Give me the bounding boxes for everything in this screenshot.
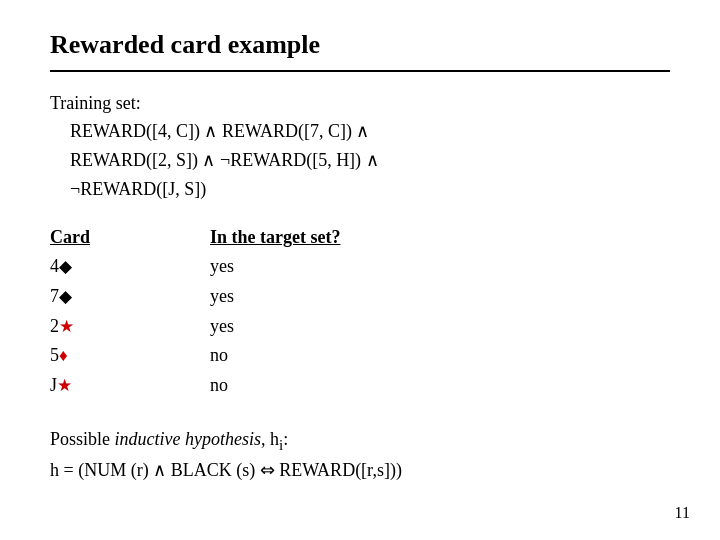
- card-table: Card 4◆ 7◆ 2★ 5♦ J★ In the target set? y…: [50, 227, 670, 400]
- hypothesis-formula: h = (NUM (r) ∧ BLACK (s) ⇔ REWARD([r,s])…: [50, 456, 670, 485]
- target-row-1: yes: [210, 252, 340, 282]
- target-column: In the target set? yes yes yes no no: [210, 227, 340, 400]
- training-set-section: Training set: REWARD([4, C]) ∧ REWARD([7…: [50, 90, 670, 203]
- page-number: 11: [675, 504, 690, 522]
- card-row-3: 2★: [50, 312, 210, 342]
- inductive-hypothesis-italic: inductive hypothesis: [115, 429, 261, 449]
- possible-prefix: Possible: [50, 429, 115, 449]
- slide: Rewarded card example Training set: REWA…: [0, 0, 720, 540]
- target-row-3: yes: [210, 312, 340, 342]
- training-line-1: REWARD([4, C]) ∧ REWARD([7, C]) ∧: [70, 117, 670, 146]
- target-col-header: In the target set?: [210, 227, 340, 248]
- training-line-2: REWARD([2, S]) ∧ ¬REWARD([5, H]) ∧: [70, 146, 670, 175]
- card-row-4: 5♦: [50, 341, 210, 371]
- training-label: Training set:: [50, 93, 141, 113]
- hypothesis-label-line: Possible inductive hypothesis, hi:: [50, 425, 670, 457]
- card-column: Card 4◆ 7◆ 2★ 5♦ J★: [50, 227, 210, 400]
- bottom-section: Possible inductive hypothesis, hi: h = (…: [50, 425, 670, 485]
- divider: [50, 70, 670, 72]
- card-row-5: J★: [50, 371, 210, 401]
- target-row-4: no: [210, 341, 340, 371]
- card-row-1: 4◆: [50, 252, 210, 282]
- training-line-3: ¬REWARD([J, S]): [70, 175, 670, 204]
- target-row-2: yes: [210, 282, 340, 312]
- card-row-2: 7◆: [50, 282, 210, 312]
- comma-h: , hi:: [261, 429, 288, 449]
- training-formula: REWARD([4, C]) ∧ REWARD([7, C]) ∧ REWARD…: [70, 117, 670, 203]
- card-col-header: Card: [50, 227, 210, 248]
- slide-title: Rewarded card example: [50, 30, 670, 60]
- target-row-5: no: [210, 371, 340, 401]
